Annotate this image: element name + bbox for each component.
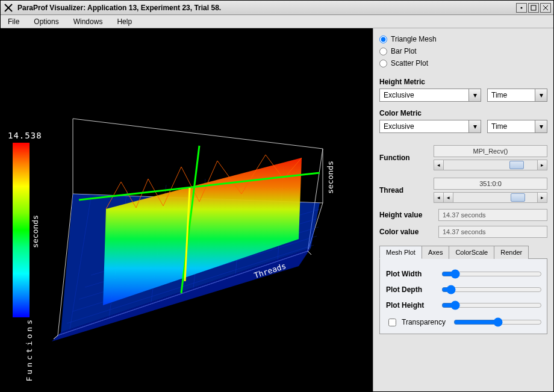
- plot-width-slider[interactable]: [441, 269, 542, 279]
- menu-windows[interactable]: Windows: [71, 16, 105, 27]
- height-value-display: 14.37 seconds: [438, 209, 547, 221]
- radio-scatter-input[interactable]: [379, 60, 387, 67]
- radio-bar-input[interactable]: [379, 48, 387, 55]
- arrow-left-icon[interactable]: ◂: [434, 193, 444, 202]
- color-metric-unit-dropdown[interactable]: Time ▾: [487, 120, 547, 133]
- height-metric-mode-dropdown[interactable]: Exclusive ▾: [379, 89, 481, 102]
- menubar: File Options Windows Help: [1, 15, 553, 28]
- transparency-label: Transparency: [402, 318, 446, 326]
- close-button[interactable]: [540, 3, 551, 13]
- transparency-slider[interactable]: [453, 317, 542, 328]
- window-title: ParaProf Visualizer: Application 13, Exp…: [17, 4, 516, 12]
- plot-width-label: Plot Width: [386, 270, 440, 278]
- color-value-label: Color value: [379, 228, 434, 236]
- color-metric-mode-value: Exclusive: [380, 122, 468, 131]
- height-metric-label: Height Metric: [379, 78, 547, 86]
- radio-bar-label: Bar Plot: [391, 47, 417, 55]
- titlebar: ParaProf Visualizer: Application 13, Exp…: [1, 1, 553, 15]
- radio-bar-plot[interactable]: Bar Plot: [379, 45, 547, 57]
- plot-depth-label: Plot Depth: [386, 285, 440, 294]
- visualization-canvas[interactable]: 14.538: [1, 28, 373, 391]
- arrow-left-icon[interactable]: ◂: [444, 193, 453, 202]
- axis-label-seconds-right: seconds: [326, 161, 335, 194]
- side-panel: Triangle Mesh Bar Plot Scatter Plot Heig…: [373, 28, 553, 391]
- chevron-down-icon: ▾: [468, 89, 481, 101]
- transparency-checkbox-row[interactable]: Transparency: [386, 317, 452, 328]
- minimize-button[interactable]: [516, 3, 527, 13]
- settings-tabs: Mesh Plot Axes ColorScale Render: [379, 245, 547, 258]
- tab-mesh-plot[interactable]: Mesh Plot: [379, 246, 422, 259]
- height-metric-mode-value: Exclusive: [380, 91, 468, 99]
- plot-depth-slider[interactable]: [441, 284, 542, 295]
- tab-render[interactable]: Render: [494, 246, 529, 259]
- tab-axes[interactable]: Axes: [422, 246, 449, 259]
- arrow-left-icon[interactable]: ◂: [434, 160, 444, 170]
- function-label: Function: [379, 154, 428, 162]
- xorg-icon: [3, 2, 14, 13]
- axis-label-functions: Functions: [25, 317, 34, 381]
- plot-height-label: Plot Height: [386, 301, 440, 310]
- axis-label-seconds-left: seconds: [31, 215, 40, 248]
- maximize-button[interactable]: [528, 3, 539, 13]
- app-window: ParaProf Visualizer: Application 13, Exp…: [0, 0, 554, 392]
- thread-scrollbar[interactable]: ◂ ◂ ▸: [434, 192, 547, 203]
- svg-point-2: [521, 7, 523, 8]
- plot-height-slider[interactable]: [441, 300, 542, 311]
- mesh-plot-panel: Plot Width Plot Depth Plot Height Transp…: [379, 258, 547, 334]
- radio-triangle-label: Triangle Mesh: [391, 35, 437, 43]
- svg-rect-3: [531, 5, 536, 10]
- tab-colorscale[interactable]: ColorScale: [449, 246, 494, 259]
- chevron-down-icon: ▾: [468, 120, 481, 132]
- radio-triangle-mesh[interactable]: Triangle Mesh: [379, 33, 547, 45]
- plot-type-radios: Triangle Mesh Bar Plot Scatter Plot: [379, 33, 547, 69]
- chevron-down-icon: ▾: [535, 120, 547, 132]
- radio-triangle-input[interactable]: [379, 36, 387, 43]
- plot-3d: [1, 28, 362, 390]
- radio-scatter-plot[interactable]: Scatter Plot: [379, 57, 547, 69]
- svg-line-24: [308, 251, 311, 255]
- height-value-label: Height value: [379, 211, 434, 219]
- arrow-right-icon[interactable]: ▸: [537, 160, 547, 170]
- radio-scatter-label: Scatter Plot: [391, 59, 428, 67]
- height-metric-unit-dropdown[interactable]: Time ▾: [487, 89, 547, 102]
- menu-help[interactable]: Help: [114, 16, 134, 27]
- height-metric-unit-value: Time: [488, 91, 535, 99]
- function-scrollbar[interactable]: ◂ ▸: [434, 160, 547, 170]
- chevron-down-icon: ▾: [535, 89, 547, 101]
- menu-file[interactable]: File: [5, 16, 22, 27]
- thread-label: Thread: [379, 186, 428, 194]
- function-value-display: MPI_Recv(): [434, 145, 547, 157]
- thread-value-display: 351:0:0: [434, 178, 547, 190]
- color-metric-unit-value: Time: [488, 122, 535, 131]
- transparency-checkbox[interactable]: [388, 319, 396, 326]
- color-metric-label: Color Metric: [379, 109, 547, 117]
- menu-options[interactable]: Options: [31, 16, 61, 27]
- color-value-display: 14.37 seconds: [438, 226, 547, 238]
- arrow-right-icon[interactable]: ▸: [537, 193, 547, 202]
- color-metric-mode-dropdown[interactable]: Exclusive ▾: [379, 120, 481, 133]
